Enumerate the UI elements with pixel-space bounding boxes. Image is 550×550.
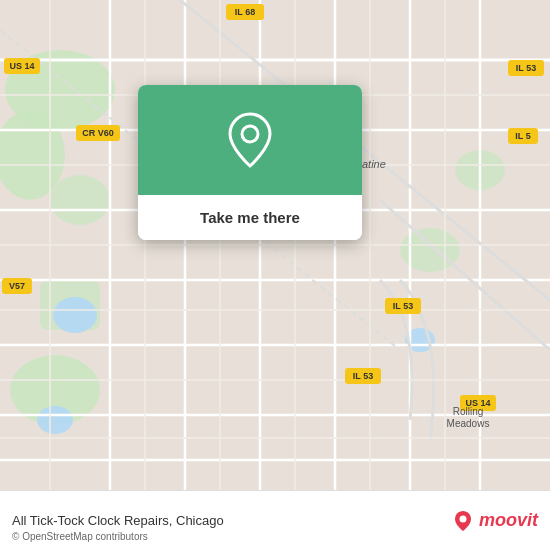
copyright-text: © OpenStreetMap contributors — [12, 531, 148, 542]
svg-text:US 14: US 14 — [9, 61, 34, 71]
moovit-brand-text: moovit — [479, 510, 538, 531]
business-name-text: All Tick-Tock Clock Repairs — [12, 513, 169, 528]
svg-text:Meadows: Meadows — [447, 418, 490, 429]
svg-point-8 — [53, 297, 97, 333]
svg-text:IL 53: IL 53 — [516, 63, 536, 73]
svg-text:atine: atine — [362, 158, 386, 170]
popup-map-area — [138, 85, 362, 195]
svg-text:CR V60: CR V60 — [82, 128, 114, 138]
svg-point-3 — [50, 175, 110, 225]
bottom-bar: © OpenStreetMap contributors All Tick-To… — [0, 490, 550, 550]
svg-text:IL 53: IL 53 — [393, 301, 413, 311]
svg-text:Rolling: Rolling — [453, 406, 484, 417]
svg-text:V57: V57 — [9, 281, 25, 291]
svg-point-62 — [242, 126, 258, 142]
map-container[interactable]: IL 68 US 14 CR V60 V57 IL 53 IL 53 IL 5 … — [0, 0, 550, 490]
moovit-logo: moovit — [451, 509, 538, 533]
svg-text:IL 68: IL 68 — [235, 7, 255, 17]
city-separator: , — [169, 513, 176, 528]
business-name: All Tick-Tock Clock Repairs, Chicago — [12, 513, 451, 528]
moovit-pin-icon — [451, 509, 475, 533]
popup-card: Take me there — [138, 85, 362, 240]
location-pin-icon — [225, 110, 275, 170]
svg-point-9 — [37, 406, 73, 434]
svg-text:IL 5: IL 5 — [515, 131, 530, 141]
city-text: Chicago — [176, 513, 224, 528]
take-me-there-button[interactable]: Take me there — [138, 195, 362, 240]
svg-point-63 — [459, 515, 466, 522]
svg-text:IL 53: IL 53 — [353, 371, 373, 381]
